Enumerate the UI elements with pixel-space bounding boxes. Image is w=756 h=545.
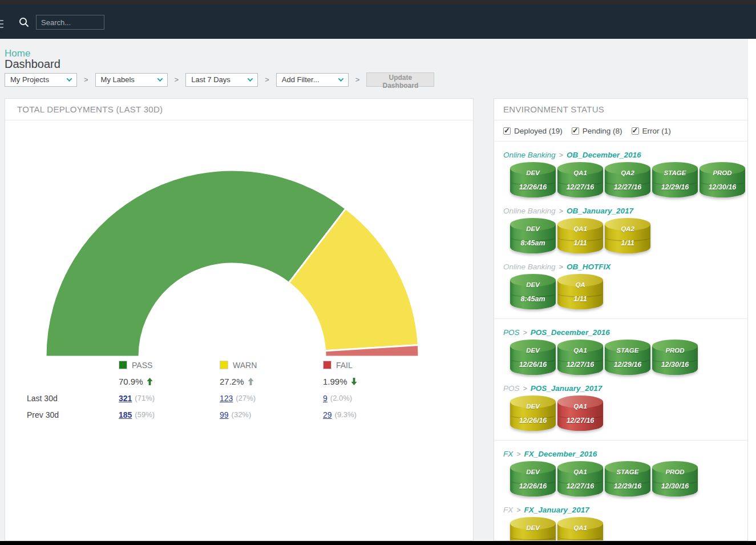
cylinder-env-name: STAGE bbox=[652, 169, 698, 176]
environment-row: DEV12/26/16QA112/27/16 bbox=[503, 395, 747, 431]
checkbox-error-checked[interactable] bbox=[632, 127, 639, 135]
group-label: POS>POS_December_2016 bbox=[503, 328, 747, 337]
cylinder-env-name: QA bbox=[557, 281, 603, 288]
cylinder-deploy-date: 8:45am bbox=[510, 295, 556, 303]
env-cylinder-qa[interactable]: QA1/11 bbox=[557, 274, 603, 309]
legend-label: FAIL bbox=[336, 361, 353, 370]
env-cylinder-qa2[interactable]: QA21/11 bbox=[605, 218, 650, 253]
trend-up-arrow-icon bbox=[248, 378, 254, 385]
env-cylinder-dev[interactable]: DEV8:45am bbox=[510, 274, 556, 309]
env-cylinder-prod[interactable]: PROD12/30/16 bbox=[652, 340, 698, 375]
env-cylinder-dev[interactable]: DEV12/26/16 bbox=[510, 162, 556, 197]
group-release-link[interactable]: FX_December_2016 bbox=[524, 450, 597, 458]
env-cylinder-stage[interactable]: STAGE12/29/16 bbox=[652, 162, 698, 197]
status-filter-label: Pending (8) bbox=[583, 127, 622, 135]
env-cylinder-dev[interactable]: DEV bbox=[510, 517, 556, 541]
group-label: FX>FX_January_2017 bbox=[503, 506, 747, 514]
group-release-link[interactable]: POS_January_2017 bbox=[531, 384, 602, 393]
env-cylinder-dev[interactable]: DEV12/26/16 bbox=[510, 340, 556, 375]
checkbox-deployed-checked[interactable] bbox=[503, 127, 511, 135]
group-release-link[interactable]: OB_HOTFIX bbox=[567, 263, 611, 271]
prev-30d-warn: 99(32%) bbox=[220, 406, 323, 423]
group-release-link[interactable]: OB_January_2017 bbox=[567, 207, 633, 215]
top-navigation-bar bbox=[0, 5, 756, 39]
group-release-link[interactable]: FX_January_2017 bbox=[524, 506, 589, 514]
cylinder-env-name: QA2 bbox=[605, 225, 650, 232]
env-cylinder-qa1[interactable]: QA112/27/16 bbox=[557, 340, 603, 375]
date-range-dropdown[interactable]: Last 7 Days bbox=[185, 73, 258, 87]
group-label-separator: > bbox=[559, 263, 563, 271]
legend-item-warn: WARN bbox=[220, 357, 323, 373]
env-cylinder-qa1[interactable]: QA11/11 bbox=[557, 218, 603, 253]
environment-row: DEV8:45amQA11/11QA21/11 bbox=[503, 218, 747, 253]
cylinder-env-name: STAGE bbox=[605, 347, 650, 354]
env-cylinder-stage[interactable]: STAGE12/29/16 bbox=[605, 340, 650, 375]
trend-pass: 70.9% bbox=[119, 373, 220, 390]
group-release-link[interactable]: OB_December_2016 bbox=[567, 151, 641, 159]
checkbox-pending-checked[interactable] bbox=[572, 127, 579, 135]
trend-arrow bbox=[351, 378, 357, 385]
deployment-count-link[interactable]: 185 bbox=[119, 410, 132, 419]
cylinder-deploy-date: 12/26/16 bbox=[510, 361, 556, 369]
status-filter-pending[interactable]: Pending (8) bbox=[572, 127, 622, 135]
legend-color-swatch bbox=[323, 361, 331, 369]
env-cylinder-qa1[interactable]: QA112/27/16 bbox=[557, 461, 603, 496]
group-app-link[interactable]: FX bbox=[503, 506, 513, 514]
env-cylinder-prod[interactable]: PROD12/30/16 bbox=[700, 162, 745, 197]
status-filter-deployed[interactable]: Deployed (19) bbox=[503, 127, 563, 135]
labels-dropdown[interactable]: My Labels bbox=[95, 73, 168, 87]
cylinder-env-name: QA2 bbox=[605, 169, 650, 176]
cylinder-env-name: DEV bbox=[510, 524, 556, 531]
trend-warn: 27.2% bbox=[220, 373, 323, 390]
group-app-link[interactable]: FX bbox=[503, 450, 513, 458]
add-filter-dropdown[interactable]: Add Filter... bbox=[276, 73, 349, 87]
cylinder-deploy-date: 1/11 bbox=[557, 295, 603, 303]
env-cylinder-qa2[interactable]: QA212/27/16 bbox=[605, 162, 650, 197]
search-input[interactable] bbox=[36, 15, 104, 30]
deployment-count-percent: (32%) bbox=[232, 410, 252, 419]
deployment-count-link[interactable]: 29 bbox=[323, 410, 332, 419]
group-app-link[interactable]: Online Banking bbox=[503, 151, 556, 159]
env-cylinder-qa1[interactable]: QA112/27/16 bbox=[557, 395, 603, 431]
status-filter-error[interactable]: Error (1) bbox=[632, 127, 671, 135]
group-app-link[interactable]: Online Banking bbox=[503, 207, 556, 215]
cylinder-env-name: DEV bbox=[510, 281, 556, 288]
window-top-strip bbox=[0, 0, 756, 5]
cylinder-env-name: PROD bbox=[700, 169, 745, 176]
env-cylinder-prod[interactable]: PROD12/30/16 bbox=[652, 461, 698, 496]
deployment-count-link[interactable]: 321 bbox=[119, 394, 132, 403]
env-cylinder-stage[interactable]: STAGE12/29/16 bbox=[605, 461, 650, 496]
trend-percentage: 70.9% bbox=[119, 377, 143, 386]
update-dashboard-button[interactable]: Update Dashboard bbox=[366, 72, 434, 87]
menu-icon[interactable] bbox=[0, 20, 3, 30]
cylinder-deploy-date: 1/11 bbox=[605, 239, 650, 247]
trend-down-arrow-icon bbox=[351, 378, 357, 385]
group-release-link[interactable]: POS_December_2016 bbox=[531, 328, 610, 337]
group-app-link[interactable]: POS bbox=[503, 328, 520, 337]
cylinder-deploy-date: 12/29/16 bbox=[605, 361, 650, 369]
env-cylinder-dev[interactable]: DEV12/26/16 bbox=[510, 395, 556, 431]
env-cylinder-qa1[interactable]: QA1 bbox=[557, 517, 603, 541]
cylinder-env-name: QA1 bbox=[557, 469, 603, 475]
group-label-separator: > bbox=[559, 151, 563, 159]
projects-dropdown[interactable]: My Projects bbox=[5, 73, 77, 87]
env-cylinder-qa1[interactable]: QA112/27/16 bbox=[557, 162, 603, 197]
deployment-count-percent: (71%) bbox=[135, 394, 155, 402]
group-label-separator: > bbox=[516, 450, 520, 458]
total-deployments-title: TOTAL DEPLOYMENTS (LAST 30D) bbox=[5, 99, 473, 120]
deployment-count-link[interactable]: 123 bbox=[220, 394, 233, 403]
deployment-count-link[interactable]: 9 bbox=[323, 394, 328, 403]
env-cylinder-dev[interactable]: DEV8:45am bbox=[510, 218, 556, 253]
group-app-link[interactable]: POS bbox=[503, 384, 520, 393]
environment-groups-list: Online Banking>OB_December_2016DEV12/26/… bbox=[494, 151, 747, 541]
group-label: Online Banking>OB_January_2017 bbox=[503, 207, 747, 215]
group-app-link[interactable]: Online Banking bbox=[503, 263, 556, 271]
trend-arrow bbox=[248, 378, 254, 385]
stats-row-label: Last 30d bbox=[27, 390, 119, 406]
deployment-count-link[interactable]: 99 bbox=[220, 410, 229, 419]
cylinder-env-name: QA1 bbox=[557, 225, 603, 232]
status-filter-label: Deployed (19) bbox=[514, 127, 563, 135]
group-label-separator: > bbox=[523, 385, 527, 393]
env-cylinder-dev[interactable]: DEV12/26/16 bbox=[510, 461, 556, 496]
cylinder-env-name: QA1 bbox=[557, 347, 603, 354]
